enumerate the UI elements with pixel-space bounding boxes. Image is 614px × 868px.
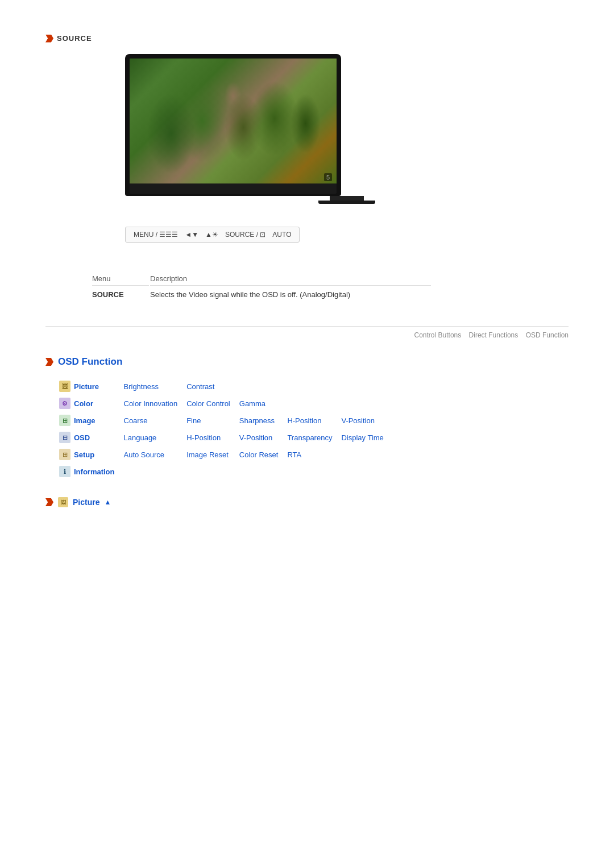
osd-sub-item-5-2: [235, 463, 283, 480]
monitor-screen: [130, 59, 337, 183]
col-description-header: Description: [150, 272, 431, 286]
osd-sub-item-1-4: [337, 395, 388, 412]
osd-sub-item-1-1[interactable]: Color Control: [182, 395, 235, 412]
osd-grid-wrapper: 🖼 Picture BrightnessContrast ⚙ Color Col…: [57, 378, 569, 480]
source-button-label: SOURCE / ⊡: [225, 231, 265, 239]
osd-sub-item-0-2: [235, 378, 283, 395]
osd-menu-label[interactable]: Information: [74, 468, 115, 476]
menu-button-label: MENU / ☰☰☰: [134, 231, 178, 239]
row-desc-cell: Selects the Video signal while the OSD i…: [150, 287, 431, 302]
osd-sub-item-4-2[interactable]: Color Reset: [235, 446, 283, 463]
row-menu-cell: SOURCE: [92, 287, 149, 302]
osd-sub-item-4-3[interactable]: RTA: [283, 446, 337, 463]
setup-icon: ⊞: [59, 449, 70, 460]
nav-arrows-label: ◄▼: [185, 231, 198, 239]
osd-sub-item-3-0[interactable]: Language: [119, 429, 182, 446]
osd-sub-item-5-0: [119, 463, 182, 480]
picture-icon: 🖼: [59, 381, 70, 392]
osd-menu-cell-setup: ⊞ Setup: [57, 446, 119, 463]
table-row: SOURCE Selects the Video signal while th…: [92, 287, 431, 302]
osd-sub-item-1-0[interactable]: Color Innovation: [119, 395, 182, 412]
osd-table-row: ⊞ Image CoarseFineSharpnessH-PositionV-P…: [57, 412, 388, 429]
osd-menu-label[interactable]: Picture: [74, 382, 99, 391]
control-bar: MENU / ☰☰☰ ◄▼ ▲☀ SOURCE / ⊡ AUTO: [125, 227, 300, 243]
osd-sub-item-2-4[interactable]: V-Position: [337, 412, 388, 429]
col-menu-header: Menu: [92, 272, 149, 286]
picture-footer-arrow-icon: [45, 498, 53, 506]
monitor-frame: [125, 54, 341, 196]
color-icon: ⚙: [59, 398, 70, 409]
control-bar-container: MENU / ☰☰☰ ◄▼ ▲☀ SOURCE / ⊡ AUTO: [125, 227, 569, 243]
osd-sub-item-0-1[interactable]: Contrast: [182, 378, 235, 395]
source-title: SOURCE: [57, 34, 92, 43]
osd-sub-item-1-3: [283, 395, 337, 412]
osd-sub-item-5-1: [182, 463, 235, 480]
osd-table-row: ⊟ OSD LanguageH-PositionV-PositionTransp…: [57, 429, 388, 446]
osd-sub-item-4-0[interactable]: Auto Source: [119, 446, 182, 463]
osd-menu-cell-image: ⊞ Image: [57, 412, 119, 429]
monitor-base-top: [130, 183, 337, 194]
osd-sub-item-3-3[interactable]: Transparency: [283, 429, 337, 446]
monitor-foot: [318, 201, 375, 204]
osd-sub-item-2-1[interactable]: Fine: [182, 412, 235, 429]
osd-sub-item-4-1[interactable]: Image Reset: [182, 446, 235, 463]
control-buttons-link[interactable]: Control Buttons: [414, 331, 462, 339]
osd-menu-cell-osd: ⊟ OSD: [57, 429, 119, 446]
osd-table-row: 🖼 Picture BrightnessContrast: [57, 378, 388, 395]
osd-table-row: ⊞ Setup Auto SourceImage ResetColor Rese…: [57, 446, 388, 463]
osd-sub-item-1-2[interactable]: Gamma: [235, 395, 283, 412]
osd-menu-label[interactable]: Color: [74, 399, 93, 408]
osd-menu-label[interactable]: Setup: [74, 450, 94, 459]
osd-sub-item-3-4[interactable]: Display Time: [337, 429, 388, 446]
osd-sub-item-0-3: [283, 378, 337, 395]
source-header: SOURCE: [45, 34, 569, 43]
osd-sub-item-2-3[interactable]: H-Position: [283, 412, 337, 429]
source-arrow-icon: [45, 35, 53, 43]
osd-table-row: ℹ Information: [57, 463, 388, 480]
osd-sub-item-2-2[interactable]: Sharpness: [235, 412, 283, 429]
monitor-container: [125, 54, 569, 204]
osd-sub-item-2-0[interactable]: Coarse: [119, 412, 182, 429]
osd-menu-label[interactable]: OSD: [74, 433, 90, 442]
osd-table-row: ⚙ Color Color InnovationColor ControlGam…: [57, 395, 388, 412]
osd-menu-cell-picture: 🖼 Picture: [57, 378, 119, 395]
osd-sub-item-0-4: [337, 378, 388, 395]
osd-function-table: 🖼 Picture BrightnessContrast ⚙ Color Col…: [57, 378, 388, 480]
osd-menu-label[interactable]: Image: [74, 416, 96, 425]
osd-icon: ⊟: [59, 432, 70, 443]
menu-description-table: Menu Description SOURCE Selects the Vide…: [91, 271, 432, 303]
picture-footer-up-arrow: ▲: [104, 498, 111, 506]
osd-sub-item-5-3: [283, 463, 337, 480]
up-brightness-label: ▲☀: [205, 231, 218, 239]
osd-function-link[interactable]: OSD Function: [526, 331, 569, 339]
osd-sub-item-5-4: [337, 463, 388, 480]
image-icon: ⊞: [59, 415, 70, 426]
osd-menu-cell-color: ⚙ Color: [57, 395, 119, 412]
nav-links: Control Buttons Direct Functions OSD Fun…: [45, 326, 569, 339]
osd-sub-item-3-1[interactable]: H-Position: [182, 429, 235, 446]
osd-arrow-icon: [45, 358, 53, 366]
osd-section-title: OSD Function: [58, 356, 122, 368]
monitor-stand: [330, 196, 364, 201]
picture-footer: 🖼 Picture ▲: [45, 497, 569, 507]
picture-footer-label[interactable]: Picture: [73, 498, 99, 507]
osd-section-header: OSD Function: [45, 356, 569, 368]
osd-menu-cell-information: ℹ Information: [57, 463, 119, 480]
menu-table-section: Menu Description SOURCE Selects the Vide…: [91, 271, 569, 303]
osd-sub-item-3-2[interactable]: V-Position: [235, 429, 283, 446]
osd-sub-item-0-0[interactable]: Brightness: [119, 378, 182, 395]
direct-functions-link[interactable]: Direct Functions: [469, 331, 518, 339]
information-icon: ℹ: [59, 466, 70, 477]
picture-footer-icon: 🖼: [58, 497, 68, 507]
osd-sub-item-4-4: [337, 446, 388, 463]
auto-button-label: AUTO: [272, 231, 291, 239]
